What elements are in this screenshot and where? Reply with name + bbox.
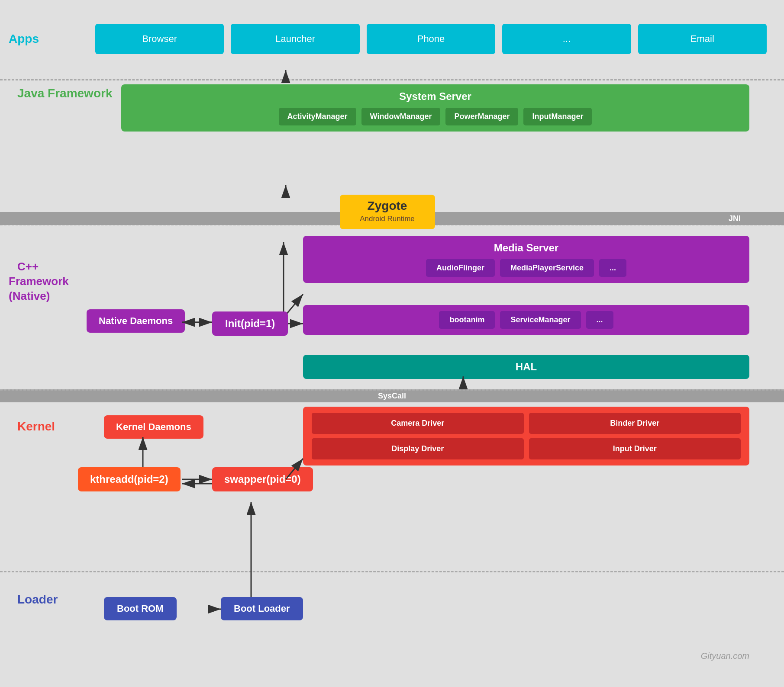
- zygote-title: Zygote: [353, 199, 422, 213]
- app-ellipsis: ...: [502, 24, 631, 54]
- dashed-separator-1: [0, 79, 784, 80]
- syscall-bar: SysCall: [0, 389, 784, 402]
- apps-layer: Apps Browser Launcher Phone ... Email: [0, 9, 784, 69]
- hal-box: HAL: [303, 355, 749, 379]
- init-box: Init(pid=1): [212, 311, 288, 336]
- driver-row-1: Camera Driver Binder Driver: [312, 413, 741, 434]
- ms-media-player: MediaPlayerService: [500, 259, 594, 277]
- native-daemons-box: Native Daemons: [87, 309, 185, 333]
- binder-driver: Binder Driver: [529, 413, 741, 434]
- ss-activity-manager: ActivityManager: [279, 108, 356, 125]
- media-server-box: Media Server AudioFlinger MediaPlayerSer…: [303, 236, 749, 283]
- ms-audio-flinger: AudioFlinger: [426, 259, 495, 277]
- kernel-layer-label: Kernel: [9, 420, 55, 433]
- watermark: Gityuan.com: [701, 651, 749, 661]
- zygote-subtitle: Android Runtime: [353, 215, 422, 223]
- cpp-framework-label: C++ Framework (Native): [9, 260, 95, 303]
- system-server-box: System Server ActivityManager WindowMana…: [121, 84, 749, 132]
- media-server-title: Media Server: [312, 242, 741, 254]
- syscall-label: SysCall: [378, 392, 406, 401]
- ms-ellipsis: ...: [599, 259, 626, 277]
- android-architecture-diagram: Apps Browser Launcher Phone ... Email Ja…: [0, 0, 784, 687]
- boot-services-box: bootanim ServiceManager ...: [303, 305, 749, 335]
- display-driver: Display Driver: [312, 438, 524, 459]
- dashed-separator-4: [0, 571, 784, 572]
- java-framework-label: Java Framework: [9, 87, 112, 100]
- driver-row-2: Display Driver Input Driver: [312, 438, 741, 459]
- hal-title: HAL: [312, 361, 741, 373]
- kernel-drivers-box: Camera Driver Binder Driver Display Driv…: [303, 407, 749, 465]
- bs-bootanim: bootanim: [439, 311, 495, 329]
- kthreadd-box: kthreadd(pid=2): [78, 467, 181, 491]
- zygote-box: Zygote Android Runtime: [340, 195, 435, 229]
- app-email: Email: [638, 24, 767, 54]
- loader-layer-label: Loader: [9, 593, 58, 607]
- boot-rom-box: Boot ROM: [104, 597, 177, 620]
- app-launcher: Launcher: [231, 24, 359, 54]
- dashed-separator-3: [0, 389, 784, 391]
- apps-boxes: Browser Launcher Phone ... Email: [95, 24, 784, 54]
- apps-layer-label: Apps: [0, 32, 95, 46]
- ss-window-manager: WindowManager: [361, 108, 441, 125]
- input-driver: Input Driver: [529, 438, 741, 459]
- media-server-items: AudioFlinger MediaPlayerService ...: [312, 259, 741, 277]
- app-browser: Browser: [95, 24, 224, 54]
- swapper-box: swapper(pid=0): [212, 467, 313, 491]
- ss-input-manager: InputManager: [523, 108, 592, 125]
- system-server-title: System Server: [130, 90, 741, 103]
- boot-loader-box: Boot Loader: [221, 597, 303, 620]
- ss-power-manager: PowerManager: [445, 108, 518, 125]
- app-phone: Phone: [367, 24, 495, 54]
- bs-service-manager: ServiceManager: [500, 311, 581, 329]
- kernel-daemons-box: Kernel Daemons: [104, 415, 203, 439]
- bs-ellipsis: ...: [586, 311, 613, 329]
- camera-driver: Camera Driver: [312, 413, 524, 434]
- system-server-items: ActivityManager WindowManager PowerManag…: [130, 108, 741, 125]
- jni-label: JNI: [729, 214, 741, 223]
